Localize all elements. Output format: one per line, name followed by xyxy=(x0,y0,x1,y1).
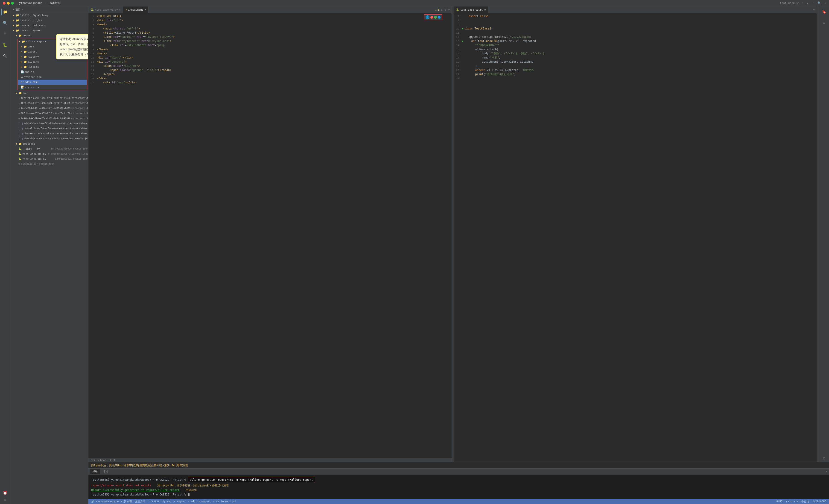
plugins-icon[interactable]: 🔌 xyxy=(1,52,9,60)
css-file-icon: 📝 xyxy=(21,85,24,89)
folder-icon: ▼ 📁 xyxy=(13,29,19,33)
tab-close-icon[interactable]: ✕ xyxy=(119,8,121,11)
folder-icon: ▼ 📁 xyxy=(19,40,25,44)
tab-test-case-01[interactable]: 🐍 test_case_01.py ✕ xyxy=(88,6,123,13)
breadcrumb-link: link xyxy=(110,459,116,462)
code-area-right[interactable]: 7 assert False 8 9 10 ▶class TestClass2: xyxy=(454,13,817,458)
sidebar-item-label: CASE29: Pytest xyxy=(20,29,42,33)
terminal-content[interactable]: (python385) yangkai@yangkaideMacBook-Pro… xyxy=(88,474,829,499)
tab-local[interactable]: 本地 xyxy=(101,469,111,474)
list-item[interactable]: ≡ 2b7d3baa-4267-4933-97a7-c0ec20c1ef00-a… xyxy=(10,111,88,116)
list-item[interactable]: { } 6be68f53-5b66-4b43-869b-51caa56a2b44… xyxy=(10,136,88,141)
sidebar-item-case27[interactable]: ▶ 📁 CASE27: Jinja2 xyxy=(10,18,88,23)
sidebar-item-label: widgets xyxy=(28,65,39,69)
callout-text: 这些都是 allure 报告自带的 包括js、css、图标、插件等 index.… xyxy=(56,34,88,60)
folder-icon: ▶ 📁 xyxy=(21,50,27,54)
list-item[interactable]: { } 4da165de-3b2a-4f81-b6ad-caa8a01e19e2… xyxy=(10,121,88,126)
terminal-prompt-2: (python385) yangkai@yangkaideMacBook-Pro… xyxy=(91,493,188,496)
layers-icon[interactable]: ≡ xyxy=(1,497,9,504)
code-line: 15 allure.attach( xyxy=(454,47,817,51)
run-icon[interactable]: ▶ xyxy=(807,1,808,5)
sidebar-item-case26[interactable]: ▶ 📁 CASE26: SQLAlchemy xyxy=(10,13,88,18)
sidebar-item-case29[interactable]: ▼ 📁 CASE29: Pytest xyxy=(10,28,88,33)
sidebar-item-label: tmp xyxy=(23,91,27,95)
code-line: 4 <meta charset="utf-8"> xyxy=(88,27,452,31)
code-line: 2 <html dir="ltr"> 🌐 xyxy=(88,19,452,23)
list-item[interactable]: { } 5a7d6f3d-51df-420f-8836-89ee8d993eb9… xyxy=(10,126,88,131)
list-icon[interactable]: ≡ xyxy=(821,20,828,27)
vcs-icon[interactable]: ⑂ xyxy=(1,30,9,38)
list-item[interactable]: { } 6b729ac6-12ab-457d-97a2-ac0603523ddc… xyxy=(10,131,88,136)
sidebar-item-indexhtml[interactable]: ◇ index.html xyxy=(18,80,87,85)
tab-label: test_case_01.py xyxy=(95,8,118,11)
editor-scrollbar[interactable] xyxy=(452,6,454,462)
code-line: 17 <div id="nav"></div> xyxy=(88,81,452,85)
sidebar-item-label: __init__.py xyxy=(22,147,40,151)
status-allure-report: allure-report xyxy=(191,500,211,503)
tab-test-case-02[interactable]: 🐍 test_case_02.py ✕ xyxy=(454,6,489,13)
sidebar-item-label: styles.css xyxy=(25,85,40,89)
editor-pane-left: 🐍 test_case_01.py ✕ ◇ index.html ✕ ⚠ 1 ∧… xyxy=(88,6,452,462)
list-item[interactable]: ≡ 2e448b94-36f0-470a-b363-701c5a040349-a… xyxy=(10,116,88,121)
list-item[interactable]: ≡ 1dcdd50d-391f-4418-a3e1-4d93622a7d93-a… xyxy=(10,106,88,111)
more-options-icon[interactable]: ⋯ xyxy=(813,8,815,11)
bookmark-icon[interactable]: 🔖 xyxy=(821,8,828,16)
folder-icon: ▶ 📁 xyxy=(21,45,27,49)
sidebar-item-tmp[interactable]: ▼ 📁 tmp xyxy=(10,91,88,96)
status-file: <> index.html xyxy=(216,500,236,503)
sidebar-item-stylescss[interactable]: 📝 styles.css xyxy=(18,85,87,90)
settings-icon[interactable]: ≡ xyxy=(825,1,826,5)
chevron-up-icon[interactable]: ∧ xyxy=(441,8,443,11)
terminal-line: report/allure-report does not exists 第一次… xyxy=(91,483,826,488)
debug-icon[interactable]: 🐛 xyxy=(1,41,9,49)
sidebar-collapse-icon[interactable]: ≡ xyxy=(13,8,14,11)
list-item[interactable]: ≡ 1a217ff7-c510-4eda-b232-b0a17d7e4e68-a… xyxy=(10,96,88,101)
sidebar-item-label: 2b7d3baa-4267-4933-97a7-c0ec20c1ef00-att… xyxy=(21,111,88,116)
sidebar-item-widgets[interactable]: ▶ 📁 widgets xyxy=(18,65,87,70)
py-file-icon: 🐍 xyxy=(19,157,22,161)
more-options-icon[interactable]: ⋯ xyxy=(448,8,450,11)
sidebar-item-plugins[interactable]: ▶ 📁 plugins xyxy=(18,60,87,65)
sidebar-item-case28[interactable]: ▶ 📁 CASE28: Unittest xyxy=(10,23,88,28)
sidebar-item-appjs[interactable]: 📄 app.js xyxy=(18,70,87,75)
maximize-button[interactable] xyxy=(11,2,14,5)
terminal-panel: 终端 本地 ✕ (python385) yangkai@yangkaideMac… xyxy=(88,468,829,499)
sidebar-item-init[interactable]: 🐍 __init__.py f8-093ada36ce2e-result.jso… xyxy=(10,146,88,151)
title-bar-actions: test_case_01 ▾ ▶ ⋯ 🔍 ≡ xyxy=(780,1,826,5)
code-line: 10 <body> xyxy=(88,51,452,56)
terminal-close-icon[interactable]: ✕ xyxy=(826,470,827,473)
list-item[interactable]: ≡ 1bf2485c-2ea7-4098-a62b-c2eb1545f4c5-a… xyxy=(10,101,88,106)
py-file-icon: 🐍 xyxy=(19,147,22,151)
terminal-command: allure generate report/tmp -o report/all… xyxy=(188,477,315,483)
folder-icon: ▼ 📁 xyxy=(16,91,22,95)
code-area-left[interactable]: 1 <!DOCTYPE html> 2 <html dir="ltr"> 🌐 xyxy=(88,13,452,458)
close-button[interactable] xyxy=(3,2,5,5)
txt-file-icon: ≡ xyxy=(19,106,20,111)
tab-index-html[interactable]: ◇ index.html ✕ xyxy=(123,6,148,13)
minimize-button[interactable] xyxy=(7,2,10,5)
clock-icon[interactable]: ⏰ xyxy=(1,489,9,497)
search-icon[interactable]: 🔍 xyxy=(818,1,821,5)
sidebar-title: 项目 xyxy=(15,8,21,11)
terminal-annotation-2: 生成成功 xyxy=(183,488,197,492)
sidebar-item-tc02[interactable]: 🐍 test_case_02.py -8d49ddb33621-result.j… xyxy=(10,157,88,162)
right-editor-scrollbar[interactable] xyxy=(817,6,819,462)
editor-area: 🐍 test_case_01.py ✕ ◇ index.html ✕ ⚠ 1 ∧… xyxy=(88,6,829,504)
sidebar-item-testcase[interactable]: ▼ 📁 testcase xyxy=(10,141,88,146)
tab-close-icon[interactable]: ✕ xyxy=(144,8,146,11)
terminal-cursor xyxy=(188,493,189,496)
main-container: 📁 🔍 ⑂ 🐛 🔌 ⏰ ≡ ≡ 项目 ▾ ▶ 📁 CASE26: SQLAlch… xyxy=(0,6,829,504)
settings-icon[interactable]: ⚙ xyxy=(821,455,828,462)
json-file-icon: { } xyxy=(19,132,23,136)
search-icon[interactable]: 🔍 xyxy=(1,20,9,27)
terminal-success-text: Report successfully generated to report/… xyxy=(91,488,179,492)
debug-icon[interactable]: ⋯ xyxy=(812,1,814,5)
chevron-down-icon[interactable]: ∨ xyxy=(445,8,446,11)
explorer-icon[interactable]: 📁 xyxy=(1,8,9,16)
sidebar-item-favicon[interactable]: 🖼 favicon.ico xyxy=(18,75,87,80)
tab-close-icon[interactable]: ✕ xyxy=(484,8,486,11)
tab-terminal[interactable]: 终端 xyxy=(90,469,100,474)
status-encoding: LF UTF-8 4个空格 xyxy=(786,500,809,503)
sidebar-item-tc01[interactable]: 🐍 test_case_01.py c-b96cb74bd838-attachm… xyxy=(10,151,88,157)
sidebar-header: ≡ 项目 ▾ xyxy=(10,6,88,13)
